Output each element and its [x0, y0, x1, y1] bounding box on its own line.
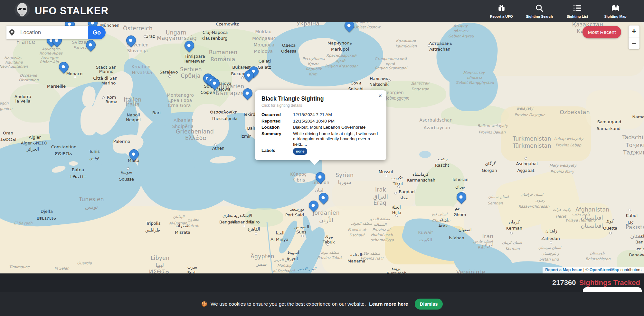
terrain-desert — [501, 106, 591, 161]
sighting-pin[interactable] — [124, 34, 138, 47]
sightings-count: 217360 — [552, 279, 576, 287]
popup-row-location: Location Biakout, Mount Lebanon Governor… — [261, 125, 380, 130]
attribution-separator: | © — [582, 268, 590, 272]
map-label: بلوچستان — [590, 251, 605, 255]
water-caspian-sea — [450, 63, 498, 111]
map-label: Gorgan — [482, 168, 497, 173]
map-label: Tadschikistan — [622, 134, 644, 141]
city-dot — [243, 225, 245, 227]
map-label: استان فارس — [473, 239, 493, 243]
sighting-pin[interactable] — [317, 191, 330, 204]
map-label: Тоҷикистон — [626, 142, 644, 148]
city-dot — [629, 209, 631, 211]
water-gulf-of-aqaba — [301, 215, 314, 245]
nav-sighting-list[interactable]: Sighting List — [558, 0, 596, 22]
brand[interactable]: UFO STALKER — [14, 2, 109, 20]
cookie-message: We use cookies to ensure you get the bes… — [211, 301, 366, 307]
summary-value: While driving home late at night, I witn… — [293, 131, 380, 147]
map-label: و بلوچستان — [542, 251, 559, 256]
map-label: Калмыкия — [396, 39, 416, 43]
map-label: تكريت — [392, 175, 402, 180]
map-label: Mossul — [379, 169, 393, 174]
terrain-green — [245, 208, 283, 227]
footer-bar: 217360 Sightings Tracked — [0, 273, 644, 292]
map-label: Ungarn — [166, 29, 186, 36]
zoom-out-button[interactable]: − — [629, 37, 639, 49]
land-sardinia — [80, 106, 99, 135]
map-attribution: Report a Map Issue | © OpenStreetMap con… — [543, 267, 644, 273]
land-balearics — [69, 161, 78, 166]
map-label: Bannu — [635, 240, 644, 244]
openstreetmap-link[interactable]: OpenStreetMap — [590, 268, 619, 272]
map-label: Mary welayaty — [549, 163, 576, 168]
close-icon[interactable]: × — [378, 92, 382, 99]
city-dot — [102, 96, 105, 99]
location-label: Location — [261, 125, 293, 130]
map-label: Moldau — [255, 29, 272, 34]
map-label: Region Stawropol — [375, 66, 407, 70]
reported-label: Reported — [261, 119, 293, 124]
popup-title[interactable]: Black Triangle Sighting — [261, 95, 380, 102]
map-label: Aragón — [0, 101, 9, 105]
city-dot — [255, 232, 257, 235]
city-dot — [74, 76, 76, 78]
map-label: Kalmückien — [395, 44, 417, 48]
map-label: Syrien — [336, 172, 354, 178]
map-label: Iran — [482, 233, 494, 240]
attribution-contributors: contributors — [619, 268, 641, 272]
map-label: Czernowitz — [216, 22, 239, 26]
city-dot — [525, 157, 527, 160]
summary-label: Summary — [261, 131, 293, 147]
city-dot — [241, 76, 244, 79]
terrain-green — [180, 29, 270, 71]
top-navbar: UFO STALKER Report a UFO Sighting Search… — [0, 0, 644, 22]
zoom-in-button[interactable]: + — [629, 25, 639, 37]
water-lake-urmia — [419, 151, 431, 158]
labels-label: Labels — [261, 148, 293, 155]
reported-value: 12/15/2024 10:48 PM — [293, 119, 335, 124]
sighting-pin[interactable] — [307, 199, 320, 212]
city-dot — [168, 75, 171, 78]
map-label: Aşgabat — [517, 168, 534, 173]
most-recent-button[interactable]: Most Recent — [582, 26, 621, 38]
search-input[interactable] — [17, 26, 88, 39]
map-label: Aschgabat — [516, 161, 538, 166]
terrain-desert — [541, 203, 612, 239]
city-dot — [385, 175, 387, 177]
city-dot — [550, 242, 552, 244]
report-map-issue-link[interactable]: Report a Map Issue — [545, 268, 582, 272]
cookie-banner: 🍪 We use cookies to ensure you get the b… — [0, 292, 644, 316]
map-label: رشت — [438, 156, 448, 161]
map-label: استان سیستان — [538, 245, 561, 250]
terrain-desert — [586, 90, 644, 129]
nav-report-a-ufo[interactable]: Report a UFO — [482, 0, 520, 22]
nav-label: Sighting Map — [604, 15, 626, 18]
binoculars-icon — [497, 4, 506, 14]
alien-logo-icon — [14, 2, 30, 20]
map-label: استان كرمان — [502, 240, 522, 245]
nav-label: Report a UFO — [490, 15, 513, 18]
location-search: Go — [6, 26, 106, 39]
dismiss-button[interactable]: Dismiss — [415, 299, 443, 310]
zoom-control: + − — [629, 25, 639, 49]
city-dot — [609, 232, 612, 234]
nav-label: Sighting Search — [526, 15, 553, 18]
nav-sighting-search[interactable]: Sighting Search — [520, 0, 558, 22]
city-dot — [214, 143, 217, 146]
city-dot — [395, 214, 398, 217]
learn-more-link[interactable]: Learn more here — [369, 301, 408, 307]
map-icon — [611, 4, 620, 14]
sightings-tracked-label: Sightings Tracked — [579, 279, 640, 287]
popup-row-summary: Summary While driving home late at night… — [261, 131, 380, 147]
map-label: Belutschistan — [585, 257, 611, 261]
map-label: Нальчик — [370, 76, 388, 81]
nav-sighting-map[interactable]: Sighting Map — [596, 0, 634, 22]
terrain-desert — [332, 181, 415, 210]
map-label: Kabul — [626, 213, 638, 218]
popup-subtitle: Click for sighting details — [261, 103, 380, 108]
city-dot — [394, 192, 397, 194]
popup-row-occurred: Occurred 12/15/2024 7:21 AM — [261, 112, 380, 118]
go-button[interactable]: Go — [88, 26, 106, 39]
popup-tail — [310, 160, 319, 165]
nav-items: Report a UFO Sighting Search Sighting Li… — [482, 0, 634, 22]
